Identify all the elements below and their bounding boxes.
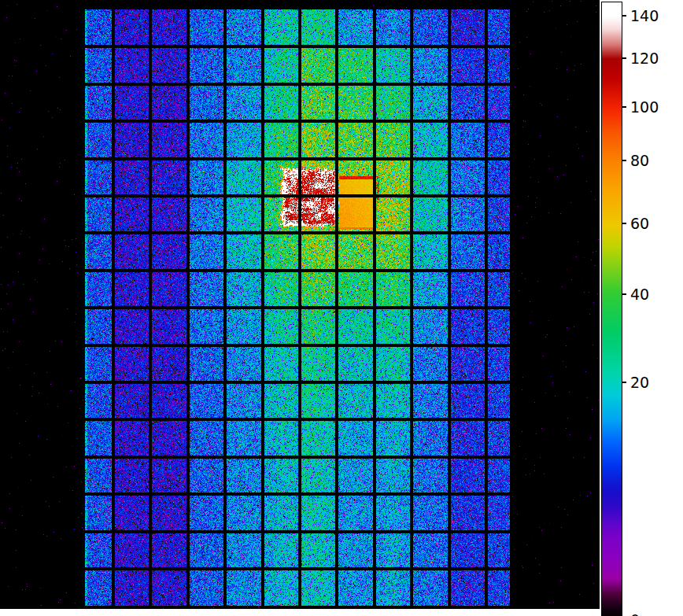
colorbar-tick-mark (622, 223, 626, 224)
colorbar-tick-mark (622, 106, 626, 108)
colorbar-tick-label: 0 (630, 613, 640, 616)
colorbar-tick-label: 40 (630, 287, 649, 302)
detector-viewer-figure: 140120100806040200 (0, 0, 683, 616)
colorbar-tick-label: 100 (630, 100, 659, 115)
detector-heatmap-image (0, 0, 600, 609)
colorbar-tick-label: 120 (630, 51, 659, 66)
colorbar-tick-mark (622, 57, 626, 59)
colorbar-tick-label: 60 (630, 216, 649, 231)
colorbar (601, 2, 622, 616)
colorbar-tick-label: 80 (630, 153, 649, 168)
colorbar-tick-mark (622, 160, 626, 161)
colorbar-tick-mark (622, 293, 626, 295)
colorbar-tick-mark (622, 382, 626, 383)
colorbar-tick-mark (622, 15, 626, 17)
colorbar-tick-label: 20 (630, 375, 649, 390)
colorbar-tick-label: 140 (630, 9, 659, 24)
